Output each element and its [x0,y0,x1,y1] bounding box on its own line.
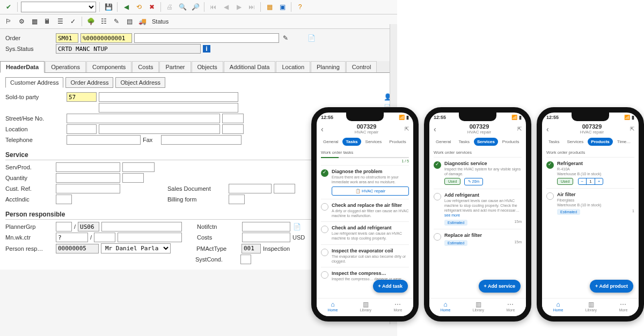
order-num-input[interactable] [80,33,132,43]
quantity-input[interactable] [56,173,120,183]
grid-icon[interactable]: ▦ [29,16,40,27]
check-icon[interactable] [546,161,554,169]
command-dropdown[interactable] [21,2,96,12]
tab-products[interactable]: Products [588,138,613,146]
personresp-name-select[interactable]: Mr Daniel Parla [101,243,171,253]
servprod-input[interactable] [56,162,120,172]
order-desc-input[interactable] [134,33,279,43]
task-item[interactable]: Inspect the evaporator coilThe evaporato… [321,244,409,267]
tab-planning[interactable]: Planning [311,61,346,72]
footer-home[interactable]: ⌂Home [553,301,564,312]
quantity-unit-input[interactable] [122,173,144,183]
folder-icon[interactable]: 📄 [307,34,316,42]
product-item[interactable]: Refrigerant R-410A Warehouse B (10 in st… [546,157,634,188]
add-product-button[interactable]: Add product [590,280,633,293]
street-input[interactable] [67,114,220,123]
billing-input[interactable] [229,195,245,204]
edit-icon[interactable]: ✎ [281,34,290,42]
servprod2-input[interactable] [122,162,155,172]
fax-input[interactable] [161,135,241,145]
page-icon[interactable]: ▤ [124,16,135,27]
check-icon[interactable] [321,226,328,233]
footer-library[interactable]: ▥Library [360,301,371,312]
tool-icon[interactable]: ⚙ [16,16,27,27]
see-more-link[interactable]: see more [444,213,460,217]
tab-objects[interactable]: Objects [192,61,223,72]
help-icon[interactable]: ? [295,2,305,12]
list-icon[interactable]: ☰ [55,16,65,27]
back-icon[interactable]: ‹ [546,125,554,133]
tab-operations[interactable]: Operations [45,61,86,72]
sold-to-name-input[interactable] [99,92,238,102]
footer-more[interactable]: ⋯More [393,301,402,312]
custref-input[interactable] [56,184,120,193]
footer-home[interactable]: ⌂Home [328,301,338,312]
check-icon[interactable] [434,233,441,241]
check-icon[interactable] [546,192,554,200]
qty-stepper[interactable]: −1+ [578,178,604,185]
order-type-input[interactable] [56,33,78,43]
loc-city-input[interactable] [99,124,220,134]
time-chip[interactable]: ✎ 20m [464,178,484,185]
sold-to-name2-input[interactable] [99,103,238,113]
subtab-object-address[interactable]: Object Address [115,77,165,88]
check-icon[interactable]: ✓ [68,16,78,27]
service-item[interactable]: Add refrigerant Low refrigerant levels c… [434,189,522,228]
flag-icon[interactable]: 🏳 [3,16,14,27]
add-task-button[interactable]: Add task [373,280,408,293]
systcond-input[interactable] [240,255,251,264]
task-item[interactable]: Diagnose the problem Ensure there are no… [321,165,409,199]
note-icon[interactable]: ✎ [111,16,122,27]
tab-products[interactable]: Products [499,138,523,146]
tab-time[interactable]: Ti… [523,138,526,146]
footer-more[interactable]: ⋯More [619,301,627,312]
back-icon[interactable]: ‹ [434,125,441,133]
share-icon[interactable]: ⇱ [517,126,522,132]
plannergrp-name-input[interactable] [101,222,182,232]
check-icon[interactable] [321,203,328,211]
tab-additionaldata[interactable]: Additional Data [224,61,276,72]
tab-partner[interactable]: Partner [159,61,191,72]
tab-services[interactable]: Services [362,138,385,146]
footer-library[interactable]: ▥Library [473,301,484,312]
footer-home[interactable]: ⌂Home [441,301,451,312]
subtab-order-address[interactable]: Order Address [65,77,113,88]
exit-icon[interactable]: ⟲ [134,2,144,12]
loc-zip-input[interactable] [67,124,97,134]
ok-icon[interactable]: ✔ [3,2,14,12]
notifctn-doc-icon[interactable]: 📄 [292,222,301,231]
check-icon[interactable] [434,161,441,169]
service-item[interactable]: Diagnostic service Inspect the HVAC syst… [434,157,522,189]
task-item[interactable]: Check and add refrigerantLow refrigerant… [321,221,409,244]
tab-costs[interactable]: Costs [132,61,159,72]
tab-components[interactable]: Components [86,61,131,72]
save-icon[interactable]: 💾 [103,2,114,12]
acctindic-input[interactable] [56,195,72,204]
notifctn-input[interactable] [242,222,290,232]
tab-headerdata[interactable]: HeaderData [0,61,45,73]
cancel-icon[interactable]: ✖ [147,2,157,12]
service-item[interactable]: Replace air filter Estimated 15m [434,229,522,249]
tab-products[interactable]: Products [386,138,409,146]
tab-location[interactable]: Location [276,61,310,72]
footer-more[interactable]: ⋯More [506,301,515,312]
mnwkctr2-input[interactable] [94,233,115,242]
footer-library[interactable]: ▥Library [586,301,597,312]
truck-icon[interactable]: 🚚 [137,16,148,27]
new-session-icon[interactable]: ▦ [264,2,275,12]
tab-services[interactable]: Services [474,138,498,146]
tab-tasks[interactable]: Tasks [455,138,472,146]
telephone-input[interactable] [67,135,141,145]
share-icon[interactable]: ⇱ [405,126,409,132]
back-icon[interactable]: ◀ [121,2,131,12]
salesdoc-input[interactable] [229,184,272,193]
doc-icon[interactable]: ☷ [98,16,109,27]
back-icon[interactable]: ‹ [321,125,328,133]
plannergrp1-input[interactable] [56,222,72,232]
tab-tasks[interactable]: Tasks [545,138,562,146]
hvac-chip[interactable]: 📋 HVAC repair [332,186,409,196]
sold-to-input[interactable] [67,92,97,102]
costs-input[interactable] [242,233,290,242]
tab-tasks[interactable]: Tasks [342,138,361,146]
task-item[interactable]: Check and replace the air filterA dirty … [321,199,409,221]
